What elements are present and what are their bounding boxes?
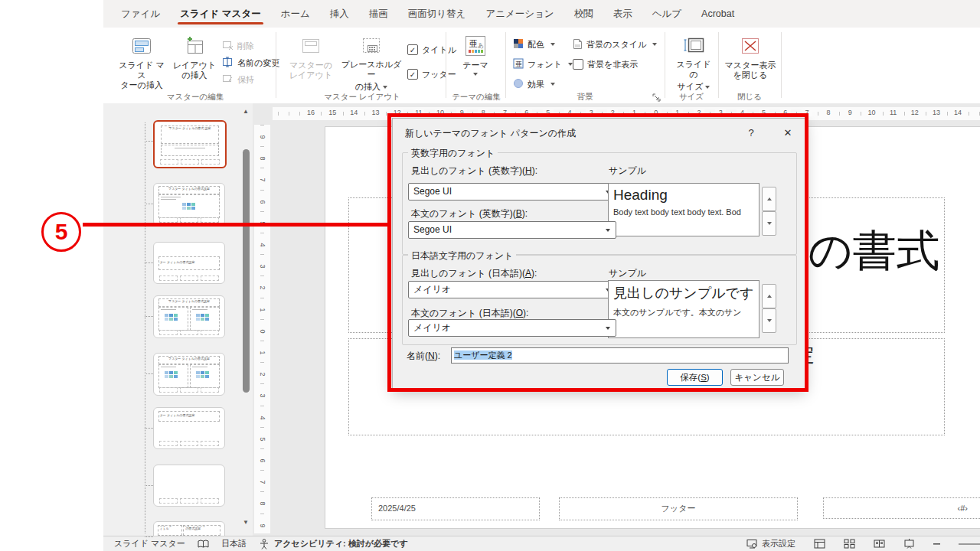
h-ruler-number: 1 [629, 109, 640, 116]
status-language[interactable]: 日本語 [221, 538, 247, 549]
accessibility-icon [259, 539, 270, 549]
thumbnail-connector [145, 373, 153, 374]
slide-thumbnail-1[interactable]: マスター タイトルの書式 設定 [153, 120, 227, 168]
slideshow-view-icon[interactable] [903, 539, 915, 549]
normal-view-icon[interactable] [814, 539, 825, 549]
zoom-slider[interactable] [959, 543, 980, 545]
slide-number-text: ‹#› [958, 504, 968, 513]
reading-view-icon[interactable] [874, 539, 885, 549]
h-ruler-number: 0 [651, 109, 662, 116]
menu-tab-6[interactable]: アニメーション [475, 0, 564, 28]
h-ruler-number: 4 [564, 109, 575, 116]
thumbnail-connector [145, 204, 153, 204]
display-settings-button[interactable]: 表示設定 [746, 538, 795, 549]
jp-sample-scroll-up[interactable] [762, 284, 776, 308]
body-latin-label: 本文のフォント (英数字)(B): [411, 207, 528, 220]
jp-sample-scroll-down[interactable] [762, 308, 776, 333]
background-styles-button[interactable]: 背景のスタイル [573, 37, 657, 52]
scroll-down-icon[interactable]: ▼ [240, 519, 251, 526]
h-ruler-number: 12 [910, 109, 920, 116]
menu-tab-0[interactable]: ファイル [111, 0, 170, 28]
slide-thumbnail-2[interactable]: マスター タイトルの書式設定 [153, 183, 225, 226]
h-ruler-number: 10 [435, 109, 446, 116]
proofing-book-icon[interactable] [198, 539, 209, 549]
effects-button[interactable]: 効果 [513, 77, 555, 92]
heading-latin-combo[interactable]: Segoe UI [408, 183, 616, 201]
menu-tab-9[interactable]: ヘルプ [642, 0, 691, 28]
heading-jp-label: 見出しのフォント (日本語)(A): [411, 267, 537, 280]
effects-icon [513, 78, 524, 90]
zoom-out-button[interactable] [933, 543, 940, 545]
slide-thumbnail-7[interactable] [153, 465, 225, 507]
menu-bar: ファイルスライド マスターホーム挿入描画画面切り替えアニメーション校閲表示ヘルプ… [103, 0, 980, 28]
menu-tabs: ファイルスライド マスターホーム挿入描画画面切り替えアニメーション校閲表示ヘルプ… [111, 0, 744, 28]
thumbnail-connector [145, 316, 153, 317]
close-master-view-button[interactable]: マスター表示 を閉じる [724, 34, 776, 92]
menu-tab-4[interactable]: 描画 [359, 0, 398, 28]
hide-background-checkbox[interactable]: 背景を非表示 [573, 57, 638, 72]
name-input[interactable]: ユーザー定義 2 [451, 347, 789, 364]
ribbon-separator [446, 32, 446, 98]
title-checkbox[interactable]: ✓ タイトル [407, 42, 456, 57]
date-placeholder[interactable]: 2025/4/25 [371, 497, 540, 520]
slide-sorter-view-icon[interactable] [844, 539, 855, 549]
save-button[interactable]: 保存(S) [667, 369, 723, 386]
fonts-button[interactable]: 亜 フォント [513, 57, 573, 72]
dialog-close-button[interactable]: ✕ [779, 123, 797, 142]
status-accessibility[interactable]: アクセシビリティ: 検討が必要です [274, 538, 408, 549]
menu-tab-8[interactable]: 表示 [603, 0, 642, 28]
thumbnail-connector [145, 428, 153, 429]
colors-button[interactable]: 配色 [513, 37, 555, 52]
dialog-help-button[interactable]: ? [742, 123, 760, 142]
insert-layout-icon [185, 34, 204, 58]
heading-jp-combo[interactable]: メイリオ [408, 281, 616, 298]
slide-thumbnail-3[interactable]: マスター タイトルの書式設定 [153, 242, 225, 284]
menu-tab-1[interactable]: スライド マスター [170, 0, 271, 28]
insert-slide-master-button[interactable]: スライド マス ターの挿入 [115, 34, 168, 92]
h-ruler-number: 2 [694, 109, 704, 116]
v-ruler-number: 8 [258, 153, 267, 164]
slide-number-placeholder[interactable]: ‹#› [823, 497, 980, 519]
h-ruler-number: 12 [392, 109, 403, 116]
svg-text:あ: あ [478, 42, 484, 49]
footer-checkbox[interactable]: ✓ フッター [407, 67, 456, 82]
menu-tab-10[interactable]: Acrobat [691, 0, 744, 28]
insert-layout-button[interactable]: レイアウト の挿入 [170, 34, 219, 92]
slide-master-icon [132, 34, 152, 58]
menu-tab-5[interactable]: 画面切り替え [398, 0, 476, 28]
slide-thumbnail-4[interactable]: マスター タイトルの書式設定 [153, 295, 225, 338]
footer-placeholder[interactable]: フッター [559, 497, 798, 520]
body-latin-combo[interactable]: Segoe UI [408, 221, 616, 239]
slide-thumbnail-5[interactable]: マスター タイトルの書式設定 [153, 353, 225, 396]
themes-icon: 亜あ [464, 34, 487, 58]
themes-label: テーマ [462, 60, 488, 70]
insert-placeholder-button[interactable]: プレースホルダー の挿入 [338, 34, 404, 92]
rename-button[interactable]: 名前の変更 [222, 55, 279, 70]
latin-sample-label: サンプル [609, 165, 646, 178]
annotation-step-number: 5 [41, 212, 81, 252]
menu-tab-7[interactable]: 校閲 [564, 0, 603, 28]
body-jp-combo[interactable]: メイリオ [408, 319, 616, 337]
menu-tab-3[interactable]: 挿入 [320, 0, 359, 28]
insert-placeholder-label-1: プレースホルダー [338, 60, 404, 80]
cancel-button[interactable]: キャンセル [730, 369, 784, 386]
scroll-up-icon[interactable]: ▲ [240, 108, 251, 115]
v-ruler-number: 3 [258, 261, 267, 272]
colors-icon [513, 38, 524, 51]
menu-tab-2[interactable]: ホーム [271, 0, 320, 28]
h-ruler-number: 14 [348, 109, 359, 116]
body-latin-value: Segoe UI [413, 224, 452, 235]
h-ruler-number: 7 [802, 109, 812, 116]
fonts-icon: 亜 [513, 58, 524, 70]
thumbnail-scrollbar[interactable] [243, 149, 250, 393]
themes-button[interactable]: 亜あ テーマ [453, 34, 498, 92]
title-checkbox-label: タイトル [422, 44, 456, 56]
group-label-master-layout: マスター レイアウト [279, 92, 446, 103]
latin-sample-scroll-up[interactable] [762, 187, 776, 211]
latin-sample-scroll-down[interactable] [762, 211, 776, 236]
effects-label: 効果 [528, 79, 544, 90]
preserve-label: 保持 [237, 74, 254, 86]
slide-size-icon [684, 34, 704, 57]
slide-thumbnail-6[interactable]: マスター タイトルの書式設定 [153, 407, 225, 449]
slide-size-button[interactable]: スライドの サイズ [672, 34, 715, 92]
